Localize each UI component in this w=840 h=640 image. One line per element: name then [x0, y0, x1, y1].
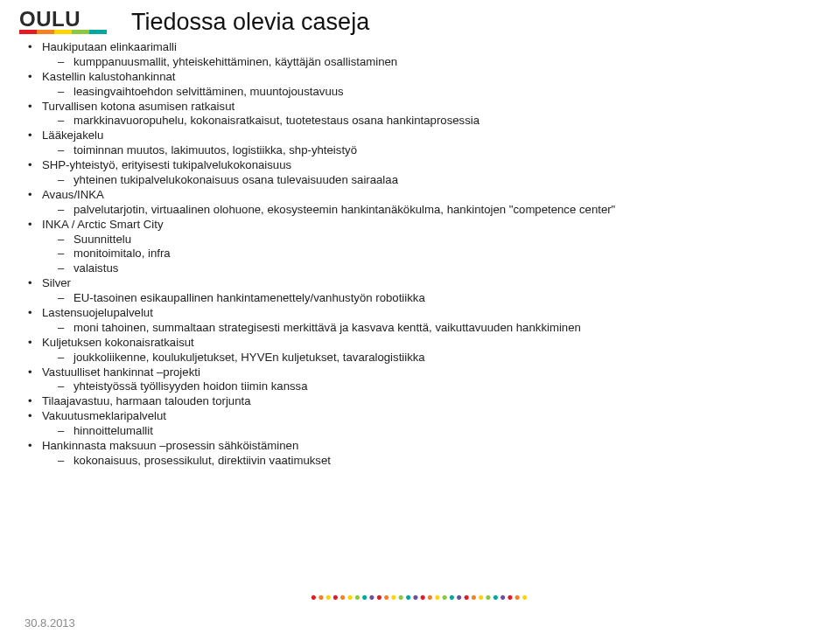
list-item-label: Avaus/INKA	[42, 188, 104, 201]
list-item: Lastensuojelupalvelutmoni tahoinen, summ…	[24, 306, 822, 336]
list-item-label: Haukiputaan elinkaarimalli	[42, 40, 177, 53]
sub-list-item: palvelutarjotin, virtuaalinen olohuone, …	[42, 203, 822, 218]
sub-list-item: markkinavuoropuhelu, kokonaisratkaisut, …	[42, 114, 822, 129]
list-item: SHP-yhteistyö, erityisesti tukipalveluko…	[24, 158, 822, 188]
sub-list-item: yhteistyössä työllisyyden hoidon tiimin …	[42, 379, 822, 394]
list-item: Vakuutusmeklaripalveluthinnoittelumallit	[24, 409, 822, 439]
footer-date: 30.8.2013	[24, 616, 75, 630]
sub-list: palvelutarjotin, virtuaalinen olohuone, …	[42, 203, 822, 218]
sub-list: toiminnan muutos, lakimuutos, logistiikk…	[42, 143, 822, 158]
list-item: SilverEU-tasoinen esikaupallinen hankint…	[24, 276, 822, 306]
list-item: Hankinnasta maksuun –prosessin sähköistä…	[24, 439, 822, 469]
sub-list: moni tahoinen, summaltaan strategisesti …	[42, 321, 822, 336]
sub-list-item: joukkoliikenne, koulukuljetukset, HYVEn …	[42, 351, 822, 365]
sub-list: Suunnittelumonitoimitalo, infravalaistus	[42, 233, 822, 277]
logo-bars	[19, 30, 107, 34]
list-item-label: Kuljetuksen kokonaisratkaisut	[42, 336, 194, 349]
list-item-label: Tilaajavastuu, harmaan talouden torjunta	[42, 394, 251, 407]
sub-list-item: hinnoittelumallit	[42, 424, 822, 439]
list-item-label: Hankinnasta maksuun –prosessin sähköistä…	[42, 439, 298, 452]
bullet-list: Haukiputaan elinkaarimallikumppanuusmall…	[24, 40, 822, 469]
decorative-dots: ••••••••••••••••••••••••••••••	[0, 588, 840, 607]
sub-list-item: moni tahoinen, summaltaan strategisesti …	[42, 321, 822, 336]
sub-list: markkinavuoropuhelu, kokonaisratkaisut, …	[42, 114, 822, 129]
sub-list-item: Suunnittelu	[42, 233, 822, 247]
list-item-label: INKA / Arctic Smart City	[42, 218, 164, 231]
list-item: INKA / Arctic Smart CitySuunnittelumonit…	[24, 218, 822, 277]
sub-list-item: toiminnan muutos, lakimuutos, logistiikk…	[42, 143, 822, 158]
logo-text: OULU	[19, 7, 107, 31]
sub-list-item: EU-tasoinen esikaupallinen hankintamenet…	[42, 291, 822, 306]
list-item-label: Vakuutusmeklaripalvelut	[42, 409, 166, 422]
sub-list: joukkoliikenne, koulukuljetukset, HYVEn …	[42, 351, 822, 365]
list-item: Haukiputaan elinkaarimallikumppanuusmall…	[24, 40, 822, 70]
list-item: Avaus/INKApalvelutarjotin, virtuaalinen …	[24, 188, 822, 218]
sub-list: kokonaisuus, prosessikulut, direktiivin …	[42, 454, 822, 469]
sub-list: yhteistyössä työllisyyden hoidon tiimin …	[42, 379, 822, 394]
sub-list-item: monitoimitalo, infra	[42, 247, 822, 261]
sub-list: yhteinen tukipalvelukokonaisuus osana tu…	[42, 173, 822, 188]
sub-list: hinnoittelumallit	[42, 424, 822, 439]
list-item-label: Kastellin kalustohankinnat	[42, 70, 176, 83]
list-item-label: SHP-yhteistyö, erityisesti tukipalveluko…	[42, 158, 291, 171]
list-item: Turvallisen kotona asumisen ratkaisutmar…	[24, 100, 822, 129]
list-item-label: Turvallisen kotona asumisen ratkaisut	[42, 100, 234, 113]
list-item-label: Silver	[42, 276, 71, 289]
content: Haukiputaan elinkaarimallikumppanuusmall…	[24, 40, 822, 469]
page-title: Tiedossa olevia caseja	[131, 9, 369, 36]
sub-list: leasingvaihtoehdon selvittäminen, muunto…	[42, 85, 822, 100]
list-item: Kastellin kalustohankinnatleasingvaihtoe…	[24, 70, 822, 100]
list-item: Lääkejakelutoiminnan muutos, lakimuutos,…	[24, 129, 822, 158]
sub-list-item: yhteinen tukipalvelukokonaisuus osana tu…	[42, 173, 822, 188]
sub-list: EU-tasoinen esikaupallinen hankintamenet…	[42, 291, 822, 306]
sub-list-item: kumppanuusmallit, yhteiskehittäminen, kä…	[42, 55, 822, 70]
list-item-label: Vastuulliset hankinnat –projekti	[42, 365, 200, 379]
sub-list: kumppanuusmallit, yhteiskehittäminen, kä…	[42, 55, 822, 70]
sub-list-item: leasingvaihtoehdon selvittäminen, muunto…	[42, 85, 822, 100]
list-item: Kuljetuksen kokonaisratkaisutjoukkoliike…	[24, 336, 822, 365]
list-item: Tilaajavastuu, harmaan talouden torjunta	[24, 394, 822, 409]
list-item: Vastuulliset hankinnat –projektiyhteisty…	[24, 365, 822, 395]
sub-list-item: kokonaisuus, prosessikulut, direktiivin …	[42, 454, 822, 469]
list-item-label: Lääkejakelu	[42, 129, 103, 142]
sub-list-item: valaistus	[42, 261, 822, 276]
list-item-label: Lastensuojelupalvelut	[42, 306, 153, 319]
logo: OULU	[19, 7, 107, 34]
